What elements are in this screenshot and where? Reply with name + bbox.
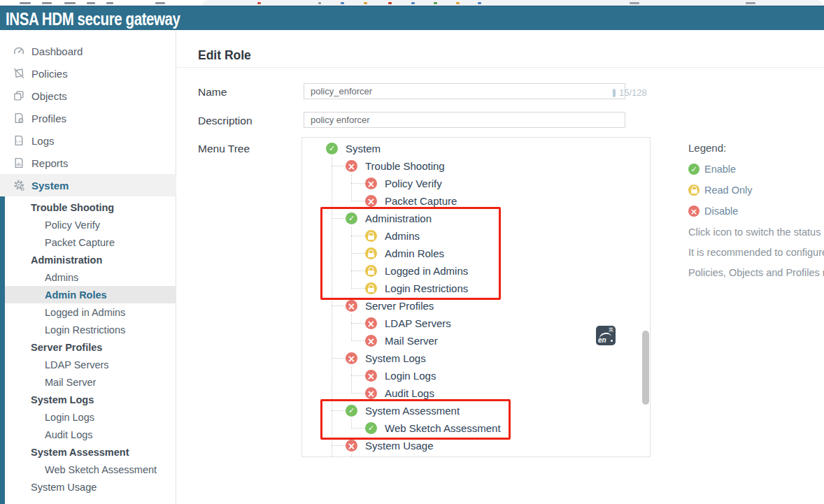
tree-row-trouble-shooting[interactable]: ×Trouble Shooting: [302, 157, 650, 175]
tree-row-web-sketch-assessment[interactable]: ✓Web Sketch Assessment: [302, 419, 650, 437]
sidebar-subitem-logged-in-admins[interactable]: Logged in Admins: [0, 303, 176, 321]
favicon-fragment-icon: [478, 2, 481, 4]
enable-status-icon[interactable]: ✓: [346, 213, 357, 224]
svg-text:LOG: LOG: [16, 140, 22, 143]
legend-note: Policies, Objects and Profiles menu: [688, 267, 824, 278]
tree-row-login-logs[interactable]: ×Login Logs: [302, 367, 650, 384]
disable-status-icon[interactable]: ×: [365, 387, 377, 399]
sidebar-subitem-system-logs[interactable]: System Logs: [0, 391, 176, 408]
app-header: INSA HDM secure gateway: [0, 6, 824, 30]
tree-row-login-restrictions[interactable]: Login Restrictions: [302, 280, 650, 297]
legend-entry-enable: ✓Enable: [688, 164, 824, 175]
disable-status-icon[interactable]: ×: [346, 440, 357, 452]
tree-guide-line: [351, 315, 352, 341]
disable-status-icon[interactable]: ×: [346, 300, 357, 312]
favicon-fragment-icon: [87, 2, 95, 4]
tree-row-system-usage[interactable]: ×System Usage: [302, 437, 650, 454]
disable-status-icon[interactable]: ×: [365, 178, 377, 189]
tree-connector-line: [332, 305, 346, 306]
disable-status-icon[interactable]: ×: [365, 317, 377, 329]
tree-node-label: Packet Capture: [385, 195, 457, 207]
disable-status-icon[interactable]: ×: [346, 160, 357, 172]
favicon-fragment-icon: [456, 2, 460, 4]
disable-status-icon[interactable]: ×: [365, 335, 377, 347]
tree-row-server-profiles[interactable]: ×Server Profiles: [302, 297, 650, 315]
readonly-status-icon[interactable]: [365, 230, 377, 242]
favicon-fragment-icon: [318, 2, 321, 4]
tree-row-admins[interactable]: Admins: [302, 227, 650, 245]
favicon-fragment-icon: [630, 2, 639, 4]
sidebar-subitem-ldap-servers[interactable]: LDAP Servers: [0, 356, 176, 373]
tree-node-label: Administration: [365, 213, 432, 224]
sidebar-item-objects[interactable]: Objects: [0, 85, 176, 107]
sidebar-item-label: Reports: [31, 157, 69, 169]
sidebar-subitem-admins[interactable]: Admins: [0, 268, 176, 286]
tree-guide-line: [351, 367, 352, 394]
tree-connector-line: [351, 271, 365, 271]
tree-node-label: Admins: [385, 230, 420, 242]
ime-language-badge[interactable]: 英 en: [596, 326, 616, 345]
sidebar-subitem-mail-server[interactable]: Mail Server: [0, 373, 176, 391]
sidebar-item-policies[interactable]: Policies: [0, 62, 176, 85]
disable-status-icon[interactable]: ×: [346, 352, 357, 364]
sidebar-subitem-policy-verify[interactable]: Policy Verify: [0, 216, 176, 233]
app-title: INSA HDM secure gateway: [6, 9, 180, 29]
sidebar-subitem-audit-logs[interactable]: Audit Logs: [0, 426, 176, 443]
tree-row-partial[interactable]: ×: [302, 454, 650, 457]
legend-entry-label: Disable: [704, 206, 738, 217]
enable-status-icon[interactable]: ✓: [365, 422, 377, 434]
enable-status-icon[interactable]: ✓: [326, 143, 338, 154]
description-field[interactable]: [304, 112, 625, 128]
sidebar-subitem-packet-capture[interactable]: Packet Capture: [0, 233, 176, 251]
sidebar-item-system[interactable]: System: [0, 174, 176, 196]
tree-row-system-logs[interactable]: ×System Logs: [302, 350, 650, 367]
sidebar-item-logs[interactable]: LOGLogs: [0, 129, 176, 152]
enable-status-icon[interactable]: ✓: [346, 405, 357, 417]
name-field[interactable]: [304, 83, 625, 99]
readonly-status-icon[interactable]: [365, 247, 377, 259]
tree-row-logged-in-admins[interactable]: Logged in Admins: [302, 262, 650, 280]
tree-guide-line: [332, 157, 332, 457]
sidebar-subitem-system-assessment[interactable]: System Assessment: [0, 443, 176, 461]
tree-connector-line: [332, 166, 346, 166]
profiles-icon: [13, 112, 25, 124]
sidebar-item-profiles[interactable]: Profiles: [0, 107, 176, 129]
main-content: Edit Role Name 15/128 Description Menu T…: [177, 30, 824, 504]
sidebar-item-dashboard[interactable]: Dashboard: [0, 40, 176, 62]
tree-row-administration[interactable]: ✓Administration: [302, 210, 650, 227]
tree-row-system[interactable]: ✓System: [302, 140, 650, 157]
tree-row-audit-logs[interactable]: ×Audit Logs: [302, 384, 650, 402]
sidebar-item-reports[interactable]: Reports: [0, 152, 176, 174]
legend-entry-label: Read Only: [704, 185, 753, 196]
tree-guide-line: [351, 175, 352, 201]
sidebar-subitem-administration[interactable]: Administration: [0, 251, 176, 268]
favicon-fragment-icon: [364, 2, 367, 4]
tree-row-packet-capture[interactable]: ×Packet Capture: [302, 192, 650, 210]
tree-connector-line: [351, 340, 365, 341]
tree-row-policy-verify[interactable]: ×Policy Verify: [302, 175, 650, 192]
sidebar-subitem-login-restrictions[interactable]: Login Restrictions: [0, 321, 176, 338]
disable-status-icon: ×: [688, 206, 699, 217]
sidebar-subitem-admin-roles[interactable]: Admin Roles: [5, 286, 176, 303]
sidebar-subitem-web-sketch-assessment[interactable]: Web Sketch Assessment: [0, 461, 176, 478]
sidebar-subitem-system-usage[interactable]: System Usage: [0, 478, 176, 496]
sidebar-system-submenu: Trouble ShootingPolicy VerifyPacket Capt…: [0, 199, 176, 496]
readonly-status-icon[interactable]: [365, 265, 377, 277]
sidebar-subitem-server-profiles[interactable]: Server Profiles: [0, 338, 176, 356]
counter-divider-icon: [613, 89, 616, 97]
favicon-fragment-icon: [106, 2, 113, 4]
disable-status-icon[interactable]: ×: [365, 370, 377, 382]
app-window: INSA HDM secure gateway DashboardPolicie…: [0, 0, 824, 504]
disable-status-icon[interactable]: ×: [365, 195, 377, 207]
tree-connector-line: [351, 323, 365, 324]
favicon-fragment-icon: [20, 2, 31, 4]
tree-scrollbar-thumb[interactable]: [642, 331, 649, 405]
tree-node-label: System Assessment: [365, 405, 460, 417]
tree-connector-line: [351, 253, 365, 254]
sidebar-subitem-trouble-shooting[interactable]: Trouble Shooting: [0, 199, 176, 216]
readonly-status-icon[interactable]: [365, 282, 377, 294]
tree-row-system-assessment[interactable]: ✓System Assessment: [302, 402, 650, 419]
legend-note: Click icon to switch the status: [688, 226, 824, 238]
tree-row-admin-roles[interactable]: Admin Roles: [302, 245, 650, 262]
sidebar-subitem-login-logs[interactable]: Login Logs: [0, 408, 176, 426]
